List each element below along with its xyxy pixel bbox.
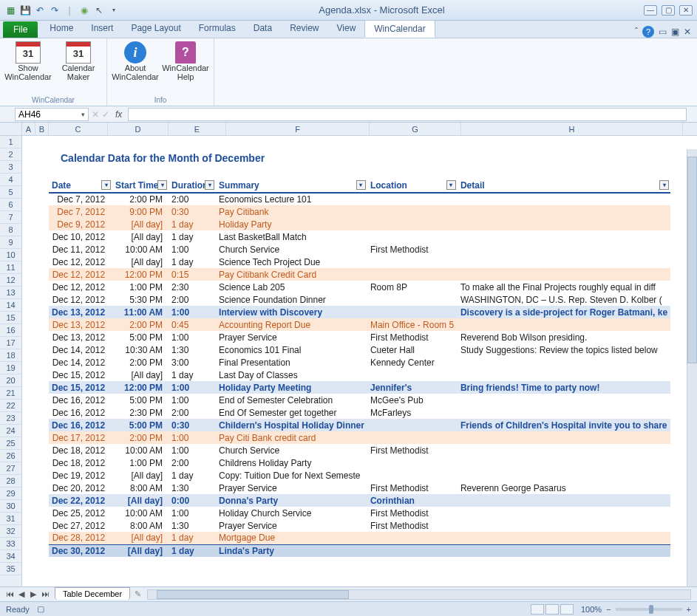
table-row[interactable]: Dec 30, 2012[All day]1 dayLinda's Party	[49, 544, 670, 557]
prev-sheet-icon[interactable]: ◀	[16, 589, 27, 599]
tab-insert[interactable]: Insert	[82, 20, 122, 38]
cell-loc[interactable]	[367, 431, 458, 444]
cell-date[interactable]: Dec 11, 2012	[49, 243, 112, 256]
row-header[interactable]: 33	[0, 538, 21, 550]
cell-det[interactable]: Bring friends! Time to party now!	[458, 381, 670, 394]
filter-dropdown-icon[interactable]: ▾	[101, 180, 111, 190]
table-row[interactable]: Dec 14, 201210:30 AM1:30Economics 101 Fi…	[49, 343, 670, 356]
row-header[interactable]: 30	[0, 500, 21, 513]
table-row[interactable]: Dec 27, 20128:00 AM1:30Prayer ServiceFir…	[49, 519, 670, 532]
cell-det[interactable]	[458, 218, 670, 230]
cell-loc[interactable]	[367, 256, 458, 268]
cell-det[interactable]: Reverend Bob Wilson presiding.	[458, 331, 670, 343]
undo-icon[interactable]: ↶	[34, 4, 46, 16]
cell-date[interactable]: Dec 16, 2012	[49, 394, 112, 406]
row-header[interactable]: 26	[0, 450, 21, 462]
zoom-level[interactable]: 100%	[581, 605, 602, 614]
cell-start[interactable]: [All day]	[112, 218, 169, 230]
cell-loc[interactable]	[367, 419, 458, 431]
col-header-C[interactable]: C	[49, 123, 108, 135]
cell-date[interactable]: Dec 7, 2012	[49, 205, 112, 218]
row-header[interactable]: 14	[0, 299, 21, 312]
cell-start[interactable]: [All day]	[112, 256, 169, 268]
tab-review[interactable]: Review	[281, 20, 327, 38]
formula-input[interactable]	[128, 108, 687, 121]
cell-start[interactable]: [All day]	[112, 469, 169, 482]
cell-start[interactable]: [All day]	[112, 532, 169, 544]
cell-sum[interactable]: Final Presentation	[216, 356, 367, 369]
cell-date[interactable]: Dec 18, 2012	[49, 456, 112, 469]
cell-date[interactable]: Dec 12, 2012	[49, 268, 112, 281]
cell-dur[interactable]: 1:00	[169, 306, 216, 318]
cell-dur[interactable]: 0:15	[169, 268, 216, 281]
table-row[interactable]: Dec 12, 201212:00 PM0:15Pay Citibank Cre…	[49, 268, 670, 281]
cell-det[interactable]	[458, 544, 670, 557]
cell-start[interactable]: 5:30 PM	[112, 293, 169, 306]
wincalendar-help-button[interactable]: ? WinCalendar Help	[163, 41, 208, 81]
cell-loc[interactable]: Room 8P	[367, 281, 458, 293]
cell-date[interactable]: Dec 19, 2012	[49, 469, 112, 482]
cell-start[interactable]: 9:00 PM	[112, 205, 169, 218]
table-row[interactable]: Dec 16, 20125:00 PM1:00End of Semester C…	[49, 394, 670, 406]
cell-date[interactable]: Dec 30, 2012	[49, 544, 112, 557]
cell-sum[interactable]: Linda's Party	[216, 544, 367, 557]
cell-det[interactable]	[458, 431, 670, 444]
column-header-loc[interactable]: Location▾	[367, 179, 458, 193]
cell-loc[interactable]	[367, 369, 458, 381]
cell-sum[interactable]: Pay Citi Bank credit card	[216, 431, 367, 444]
cell-det[interactable]	[458, 256, 670, 268]
row-header[interactable]: 34	[0, 550, 21, 563]
cell-dur[interactable]: 1:00	[169, 444, 216, 456]
cell-det[interactable]	[458, 356, 670, 369]
col-header-B[interactable]: B	[35, 123, 49, 135]
cell-det[interactable]	[458, 318, 670, 331]
cell-loc[interactable]: First Methodist	[367, 507, 458, 519]
cell-sum[interactable]: Accounting Report Due	[216, 318, 367, 331]
cell-det[interactable]: Discovery is a side-project for Roger Ba…	[458, 306, 670, 318]
table-row[interactable]: Dec 28, 2012[All day]1 dayMortgage Due	[49, 532, 670, 544]
row-header[interactable]: 23	[0, 412, 21, 425]
table-row[interactable]: Dec 10, 2012[All day]1 dayLast BasketBal…	[49, 230, 670, 243]
cell-det[interactable]	[458, 532, 670, 544]
ribbon-opt2-icon[interactable]: ▣	[671, 27, 679, 37]
table-row[interactable]: Dec 13, 20122:00 PM0:45Accounting Report…	[49, 318, 670, 331]
table-row[interactable]: Dec 19, 2012[All day]1 dayCopy: Tuition …	[49, 469, 670, 482]
cell-sum[interactable]: Economics 101 Final	[216, 343, 367, 356]
cell-dur[interactable]: 1:30	[169, 519, 216, 532]
cell-loc[interactable]: Jennifer's	[367, 381, 458, 394]
cell-sum[interactable]: Prayer Service	[216, 331, 367, 343]
cell-dur[interactable]: 1:30	[169, 343, 216, 356]
row-header[interactable]: 35	[0, 563, 21, 575]
tab-formulas[interactable]: Formulas	[190, 20, 245, 38]
zoom-in-button[interactable]: +	[687, 605, 691, 614]
cell-loc[interactable]	[367, 456, 458, 469]
row-header[interactable]: 9	[0, 236, 21, 249]
cell-start[interactable]: 12:00 PM	[112, 268, 169, 281]
page-break-view-button[interactable]	[560, 604, 574, 615]
cell-sum[interactable]: Holiday Party	[216, 218, 367, 230]
col-header-G[interactable]: G	[370, 123, 461, 135]
row-header[interactable]: 24	[0, 425, 21, 437]
cell-sum[interactable]: Interview with Discovery	[216, 306, 367, 318]
filter-dropdown-icon[interactable]: ▾	[446, 180, 456, 190]
tab-home[interactable]: Home	[41, 20, 82, 38]
cell-loc[interactable]	[367, 293, 458, 306]
cell-det[interactable]	[458, 243, 670, 256]
col-header-H[interactable]: H	[461, 123, 683, 135]
tab-view[interactable]: View	[328, 20, 365, 38]
cancel-formula-icon[interactable]: ✕	[92, 109, 99, 120]
cell-date[interactable]: Dec 18, 2012	[49, 444, 112, 456]
cell-loc[interactable]: First Methodist	[367, 482, 458, 494]
cell-det[interactable]	[458, 394, 670, 406]
row-header[interactable]: 5	[0, 186, 21, 199]
cell-dur[interactable]: 1 day	[169, 218, 216, 230]
cell-det[interactable]: WASHINGTON, DC – U.S. Rep. Steven D. Kol…	[458, 293, 670, 306]
qat-custom-icon[interactable]: ◉	[78, 4, 90, 16]
row-header[interactable]: 3	[0, 161, 21, 174]
cell-loc[interactable]: McFarleys	[367, 406, 458, 419]
row-header[interactable]: 4	[0, 174, 21, 186]
cell-start[interactable]: 10:30 AM	[112, 343, 169, 356]
cell-start[interactable]: 2:30 PM	[112, 406, 169, 419]
table-row[interactable]: Dec 13, 201211:00 AM1:00Interview with D…	[49, 306, 670, 318]
col-header-D[interactable]: D	[108, 123, 169, 135]
